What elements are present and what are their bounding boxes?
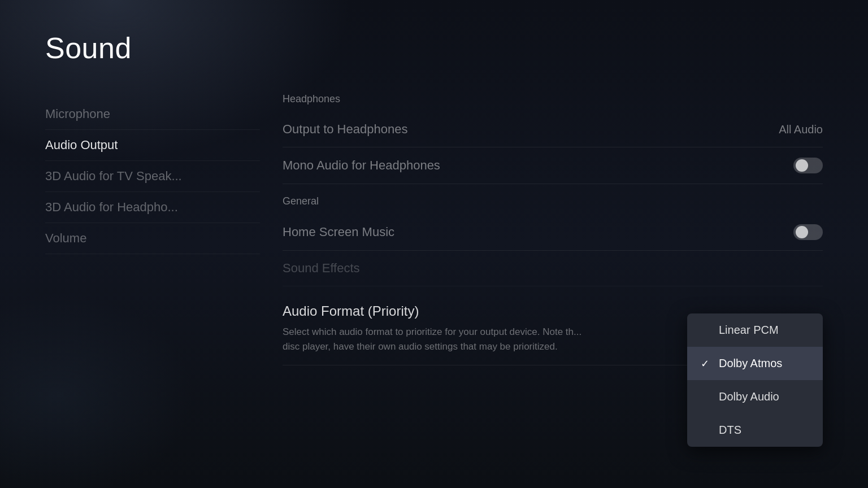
- dropdown-item-linear-pcm[interactable]: Linear PCM: [687, 313, 823, 347]
- dropdown-item-dolby-atmos[interactable]: ✓ Dolby Atmos: [687, 347, 823, 380]
- toggle-knob: [796, 159, 808, 172]
- mono-audio-label: Mono Audio for Headphones: [283, 158, 440, 173]
- general-section: General Home Screen Music Sound Effects: [283, 195, 823, 286]
- home-screen-music-label: Home Screen Music: [283, 225, 394, 239]
- headphones-section-label: Headphones: [283, 93, 823, 107]
- mono-audio-row[interactable]: Mono Audio for Headphones: [283, 147, 823, 184]
- dropdown-item-dolby-audio[interactable]: Dolby Audio: [687, 380, 823, 413]
- audio-format-dropdown: Linear PCM ✓ Dolby Atmos Dolby Audio DTS: [687, 313, 823, 447]
- home-screen-music-row[interactable]: Home Screen Music: [283, 214, 823, 251]
- dolby-atmos-label: Dolby Atmos: [719, 357, 782, 370]
- mono-audio-toggle[interactable]: [793, 158, 823, 173]
- sidebar-item-microphone[interactable]: Microphone: [45, 99, 260, 130]
- page-title: Sound: [45, 31, 823, 65]
- toggle-knob-2: [796, 226, 808, 238]
- main-content: Headphones Output to Headphones All Audi…: [260, 93, 823, 365]
- linear-pcm-label: Linear PCM: [719, 324, 779, 337]
- output-to-headphones-label: Output to Headphones: [283, 122, 407, 137]
- sidebar-item-audio-output[interactable]: Audio Output: [45, 130, 260, 161]
- sound-effects-label: Sound Effects: [283, 261, 360, 276]
- dts-label: DTS: [719, 424, 741, 437]
- headphones-section: Headphones Output to Headphones All Audi…: [283, 93, 823, 184]
- checkmark-icon: ✓: [701, 358, 712, 370]
- sidebar-item-volume[interactable]: Volume: [45, 223, 260, 254]
- sidebar: Microphone Audio Output 3D Audio for TV …: [45, 93, 260, 365]
- output-to-headphones-value: All Audio: [779, 123, 823, 136]
- audio-format-description: Select which audio format to prioritize …: [283, 325, 593, 354]
- dropdown-item-dts[interactable]: DTS: [687, 413, 823, 447]
- output-to-headphones-row[interactable]: Output to Headphones All Audio: [283, 112, 823, 147]
- sound-effects-row[interactable]: Sound Effects: [283, 251, 823, 286]
- dolby-audio-label: Dolby Audio: [719, 390, 779, 403]
- general-section-label: General: [283, 195, 823, 210]
- sidebar-item-3d-audio-headphones[interactable]: 3D Audio for Headpho...: [45, 192, 260, 223]
- sidebar-item-3d-audio-tv[interactable]: 3D Audio for TV Speak...: [45, 161, 260, 192]
- home-screen-music-toggle[interactable]: [793, 224, 823, 240]
